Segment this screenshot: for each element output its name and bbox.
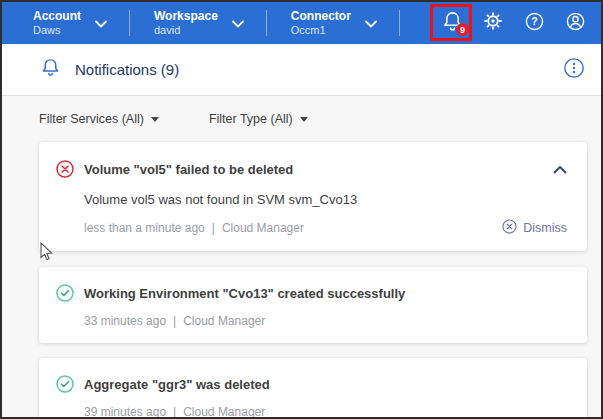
success-icon (56, 284, 74, 302)
page-title: Notifications (9) (75, 61, 179, 78)
connector-value: Occm1 (291, 24, 351, 37)
nav-divider (399, 10, 400, 36)
dismiss-circle-x-icon (502, 219, 517, 237)
filter-type-dropdown[interactable]: Filter Type (All) (209, 112, 308, 126)
chevron-up-icon (553, 160, 567, 178)
dismiss-button[interactable]: Dismiss (502, 219, 567, 237)
notification-description: Volume vol5 was not found in SVM svm_Cvo… (84, 192, 567, 207)
filter-services-dropdown[interactable]: Filter Services (All) (39, 112, 159, 126)
notification-card-header: Aggregate "ggr3" was deleted (56, 375, 567, 393)
chevron-down-icon (365, 14, 377, 32)
workspace-menu-text: Workspace david (154, 9, 218, 37)
notification-card-error: Volume "vol5" failed to be deleted Volum… (39, 142, 587, 251)
chevron-down-icon (232, 14, 244, 32)
settings-button[interactable] (481, 11, 505, 35)
account-menu[interactable]: Account Daws (2, 9, 129, 37)
connector-label: Connector (291, 9, 351, 23)
workspace-value: david (154, 24, 218, 37)
account-menu-text: Account Daws (33, 9, 81, 37)
collapse-button[interactable] (553, 160, 567, 178)
top-navigation-bar: Account Daws Workspace david (2, 2, 601, 44)
success-icon (56, 375, 74, 393)
notification-source: Cloud Manager (222, 221, 304, 235)
error-icon (56, 160, 74, 178)
notification-time: less than a minute ago (84, 221, 205, 235)
notification-meta: 39 minutes ago | Cloud Manager (84, 405, 567, 419)
notification-card-success: Aggregate "ggr3" was deleted 39 minutes … (39, 358, 587, 419)
bell-icon (40, 57, 61, 82)
notification-title: Working Environment "Cvo13" created succ… (84, 286, 405, 301)
notifications-bell-button[interactable]: 9 (440, 11, 464, 35)
notification-meta: 33 minutes ago | Cloud Manager (84, 314, 567, 328)
notification-card-header: Working Environment "Cvo13" created succ… (56, 284, 567, 302)
meta-separator: | (173, 314, 176, 328)
notification-time: 39 minutes ago (84, 405, 166, 419)
notification-card-header: Volume "vol5" failed to be deleted (56, 160, 567, 178)
panel-options-button[interactable] (563, 59, 585, 81)
notification-time: 33 minutes ago (84, 314, 166, 328)
notification-title: Aggregate "ggr3" was deleted (84, 377, 270, 392)
cloud-manager-window: Account Daws Workspace david (0, 0, 603, 419)
notification-card-success: Working Environment "Cvo13" created succ… (39, 267, 587, 343)
help-icon: ? (524, 11, 545, 36)
notifications-panel-header: Notifications (9) (2, 44, 601, 96)
meta-separator: | (173, 405, 176, 419)
account-label: Account (33, 9, 81, 23)
notification-source: Cloud Manager (183, 314, 265, 328)
help-button[interactable]: ? (522, 11, 546, 35)
user-icon (565, 11, 586, 36)
meta-separator: | (212, 221, 215, 235)
chevron-down-icon (95, 14, 107, 32)
dismiss-label: Dismiss (523, 221, 567, 235)
user-account-button[interactable] (563, 11, 587, 35)
notification-source: Cloud Manager (183, 405, 265, 419)
notification-meta: less than a minute ago | Cloud Manager D… (84, 219, 567, 237)
caret-down-icon (300, 117, 308, 122)
account-value: Daws (33, 24, 81, 37)
workspace-label: Workspace (154, 9, 218, 23)
filter-type-label: Filter Type (All) (209, 112, 293, 126)
gear-icon (482, 10, 504, 36)
kebab-menu-icon (563, 57, 585, 83)
notifications-list: Filter Services (All) Filter Type (All) … (2, 96, 601, 419)
filter-services-label: Filter Services (All) (39, 112, 144, 126)
connector-menu-text: Connector Occm1 (291, 9, 351, 37)
caret-down-icon (151, 117, 159, 122)
notification-count-badge: 9 (456, 23, 469, 36)
nav-icons: 9 ? (440, 2, 601, 44)
notification-title: Volume "vol5" failed to be deleted (84, 162, 293, 177)
workspace-menu[interactable]: Workspace david (130, 9, 266, 37)
svg-text:?: ? (531, 15, 537, 27)
connector-menu[interactable]: Connector Occm1 (267, 9, 399, 37)
filter-bar: Filter Services (All) Filter Type (All) (39, 96, 587, 142)
nav-menus: Account Daws Workspace david (2, 2, 400, 44)
